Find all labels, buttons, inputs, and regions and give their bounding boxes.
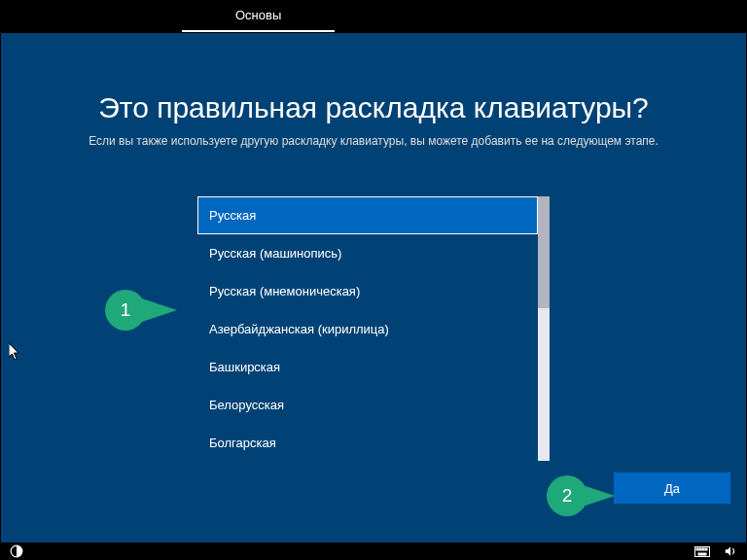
keyboard-layout-list[interactable]: РусскаяРусская (машинопись)Русская (мнем… [197, 196, 538, 461]
page-title: Это правильная раскладка клавиатуры? [1, 91, 746, 124]
keyboard-icon[interactable] [694, 546, 710, 557]
volume-icon[interactable] [724, 544, 737, 558]
taskbar [0, 542, 747, 560]
keyboard-layout-item[interactable]: Русская [197, 196, 538, 234]
svg-rect-5 [705, 548, 707, 550]
accessibility-icon[interactable] [10, 544, 23, 558]
keyboard-layout-item[interactable]: Белорусская [197, 386, 538, 424]
keyboard-layout-item[interactable]: Болгарская [197, 424, 538, 461]
tab-basics[interactable]: Основы [182, 0, 335, 32]
keyboard-layout-item[interactable]: Башкирская [197, 348, 538, 386]
keyboard-layout-item[interactable]: Русская (мнемоническая) [197, 272, 538, 310]
scrollbar-thumb[interactable] [538, 196, 550, 308]
keyboard-layout-item[interactable]: Азербайджанская (кириллица) [197, 310, 538, 348]
page-subtitle: Если вы также используете другую расклад… [1, 134, 746, 148]
svg-rect-2 [696, 548, 698, 550]
svg-rect-4 [702, 548, 704, 550]
keyboard-layout-item[interactable]: Русская (машинопись) [197, 234, 538, 272]
keyboard-layout-listbox: РусскаяРусская (машинопись)Русская (мнем… [197, 196, 550, 461]
scrollbar[interactable] [538, 196, 550, 461]
top-bar: Основы [0, 0, 747, 32]
svg-rect-6 [698, 553, 706, 555]
svg-rect-3 [699, 548, 701, 550]
yes-button[interactable]: Да [614, 472, 730, 504]
main-panel: Это правильная раскладка клавиатуры? Есл… [1, 33, 746, 542]
